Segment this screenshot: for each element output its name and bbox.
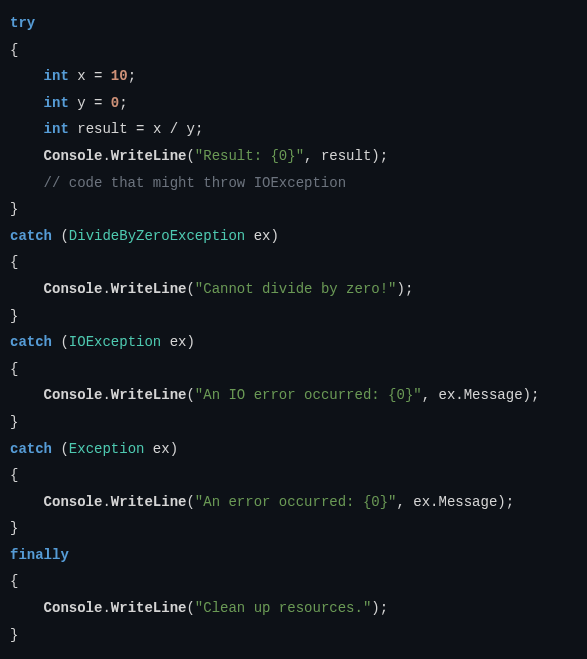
arg-exmessage: ex.Message: [439, 387, 523, 403]
semi: ;: [506, 494, 514, 510]
indent: [10, 494, 44, 510]
string-result: "Result: {0}": [195, 148, 304, 164]
indent: [10, 387, 44, 403]
paren: (: [186, 148, 194, 164]
class-console: Console: [44, 148, 103, 164]
paren: ): [397, 281, 405, 297]
string-io: "An IO error occurred: {0}": [195, 387, 422, 403]
op-eq: =: [94, 68, 102, 84]
paren: (: [60, 334, 68, 350]
type-dividebyzero: DivideByZeroException: [69, 228, 245, 244]
op-eq: =: [94, 95, 102, 111]
string-err: "An error occurred: {0}": [195, 494, 397, 510]
var-ex: ex: [254, 228, 271, 244]
brace: {: [10, 254, 18, 270]
indent: [10, 175, 44, 191]
semi: ;: [380, 600, 388, 616]
paren: (: [186, 600, 194, 616]
method-writeline: WriteLine: [111, 148, 187, 164]
literal-10: 10: [111, 68, 128, 84]
method-writeline: WriteLine: [111, 281, 187, 297]
type-int: int: [44, 121, 69, 137]
paren: ): [371, 148, 379, 164]
keyword-catch: catch: [10, 228, 52, 244]
paren: ): [371, 600, 379, 616]
var-result: result: [77, 121, 127, 137]
method-writeline: WriteLine: [111, 387, 187, 403]
brace: {: [10, 573, 18, 589]
code-block: try { int x = 10; int y = 0; int result …: [10, 10, 577, 648]
arg-exmessage: ex.Message: [413, 494, 497, 510]
brace: }: [10, 627, 18, 643]
type-int: int: [44, 68, 69, 84]
class-console: Console: [44, 387, 103, 403]
paren: ): [170, 441, 178, 457]
indent: [10, 281, 44, 297]
keyword-finally: finally: [10, 547, 69, 563]
literal-0: 0: [111, 95, 119, 111]
paren: (: [60, 228, 68, 244]
indent: [10, 600, 44, 616]
brace: }: [10, 308, 18, 324]
comment-io: // code that might throw IOException: [44, 175, 346, 191]
var-y: y: [77, 95, 85, 111]
type-int: int: [44, 95, 69, 111]
keyword-catch: catch: [10, 334, 52, 350]
paren: ): [497, 494, 505, 510]
brace: {: [10, 467, 18, 483]
expr-xdivy: x / y: [153, 121, 195, 137]
indent: [10, 148, 44, 164]
var-ex: ex: [153, 441, 170, 457]
paren: (: [60, 441, 68, 457]
keyword-catch: catch: [10, 441, 52, 457]
brace: }: [10, 414, 18, 430]
semi: ;: [380, 148, 388, 164]
method-writeline: WriteLine: [111, 494, 187, 510]
semi: ;: [195, 121, 203, 137]
keyword-try: try: [10, 15, 35, 31]
method-writeline: WriteLine: [111, 600, 187, 616]
arg-result: result: [321, 148, 371, 164]
class-console: Console: [44, 600, 103, 616]
paren: ): [186, 334, 194, 350]
var-ex: ex: [170, 334, 187, 350]
paren: (: [186, 281, 194, 297]
paren: (: [186, 494, 194, 510]
type-exception: Exception: [69, 441, 145, 457]
brace: }: [10, 520, 18, 536]
brace: }: [10, 201, 18, 217]
indent: [10, 68, 44, 84]
brace: {: [10, 361, 18, 377]
var-x: x: [77, 68, 85, 84]
comma: ,: [422, 387, 430, 403]
class-console: Console: [44, 494, 103, 510]
brace: {: [10, 42, 18, 58]
type-ioexception: IOException: [69, 334, 161, 350]
paren: (: [186, 387, 194, 403]
comma: ,: [397, 494, 405, 510]
string-clean: "Clean up resources.": [195, 600, 371, 616]
op-eq: =: [136, 121, 144, 137]
class-console: Console: [44, 281, 103, 297]
semi: ;: [119, 95, 127, 111]
indent: [10, 121, 44, 137]
semi: ;: [128, 68, 136, 84]
semi: ;: [405, 281, 413, 297]
semi: ;: [531, 387, 539, 403]
comma: ,: [304, 148, 312, 164]
indent: [10, 95, 44, 111]
string-divzero: "Cannot divide by zero!": [195, 281, 397, 297]
paren: ): [270, 228, 278, 244]
paren: ): [523, 387, 531, 403]
